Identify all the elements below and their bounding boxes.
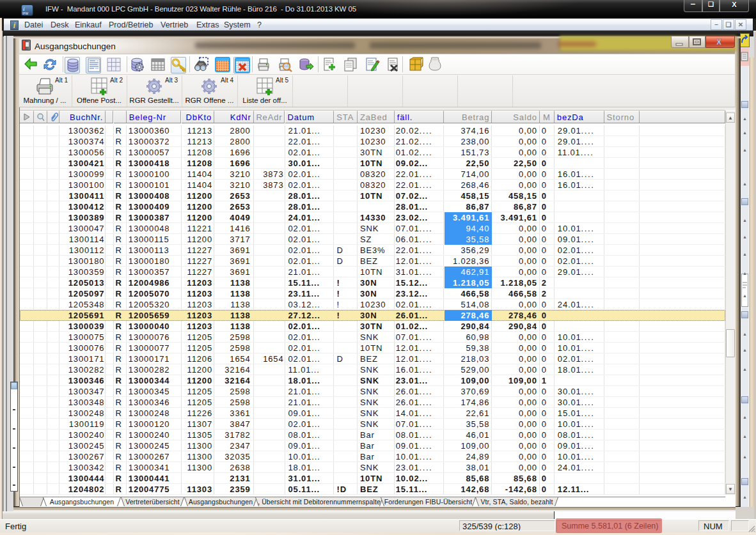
svg-text:X: X	[716, 38, 721, 47]
svg-text:IFW: IFW	[22, 12, 28, 15]
